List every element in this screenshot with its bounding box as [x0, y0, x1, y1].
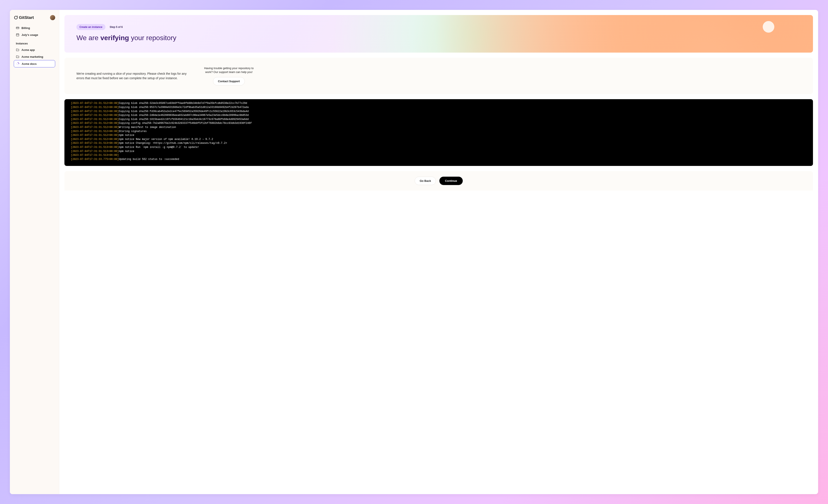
terminal-message: npm notice	[119, 150, 134, 153]
brand-name: GitStart	[19, 15, 34, 20]
terminal-message: npm notice Run `npm install -g npm@9.7.2…	[119, 146, 199, 149]
terminal-message: Updating build 562 status to :succeeded	[119, 158, 179, 161]
terminal-timestamp: [2023-07-04T17:31:33.775+08:00]	[71, 158, 119, 161]
terminal-line: [2023-07-04T17:31:31.513+08:00]npm notic…	[71, 141, 806, 145]
sun-decoration	[763, 21, 774, 33]
terminal-line: [2023-07-04T17:31:31.512+08:00]Copying c…	[71, 121, 806, 125]
terminal-timestamp: [2023-07-04T17:31:31.513+08:00]	[71, 146, 119, 149]
nav-section-main: Billing July's usage	[14, 25, 55, 38]
terminal-message: npm notice	[119, 134, 134, 137]
terminal-line: [2023-07-04T17:31:33.775+08:00]Updating …	[71, 157, 806, 161]
brand-logo[interactable]: GitStart	[14, 15, 34, 20]
nav-usage[interactable]: July's usage	[14, 31, 55, 38]
terminal-message: Copying blob sha256:fd36cab452a2e2ce47fe…	[119, 110, 249, 113]
nav-section-instances: Acme appAcme marketingAcme docs	[14, 46, 55, 68]
hero-title-bold: verifying	[100, 34, 129, 42]
hero-meta-row: Create an instance Step 5 of 6	[76, 24, 801, 30]
terminal-timestamp: [2023-07-04T17:31:31.512+08:00]	[71, 110, 119, 113]
terminal-line: [2023-07-04T17:31:31.512+08:00]Storing s…	[71, 129, 806, 133]
terminal-line: [2023-07-04T17:31:31.512+08:00]npm notic…	[71, 133, 806, 137]
svg-point-0	[14, 16, 17, 19]
calendar-icon	[16, 33, 19, 37]
svg-point-1	[17, 16, 17, 16]
terminal-line: [2023-07-04T17:31:31.513+08:00]npm notic…	[71, 145, 806, 150]
terminal-timestamp: [2023-07-04T17:31:31.512+08:00]	[71, 106, 119, 109]
hero-title: We are verifying your repository	[76, 34, 801, 42]
nav-label: July's usage	[22, 33, 38, 37]
terminal-message: Copying config sha256:7b2a09676e2c924b32…	[119, 122, 252, 125]
go-back-button[interactable]: Go Back	[415, 177, 436, 185]
instance-item[interactable]: Acme docs	[14, 60, 55, 68]
terminal-line: [2023-07-04T17:31:31.512+08:00]Copying b…	[71, 113, 806, 117]
support-text: Having trouble getting your repository t…	[201, 66, 257, 74]
nav-label: Billing	[22, 27, 30, 30]
wizard-badge: Create an instance	[76, 24, 106, 30]
terminal-line: [2023-07-04T17:31:31.512+08:00]Copying b…	[71, 110, 806, 114]
wizard-step: Step 5 of 6	[110, 26, 123, 29]
terminal-timestamp: [2023-07-04T17:31:31.512+08:00]	[71, 118, 119, 121]
avatar[interactable]	[50, 15, 55, 20]
terminal-timestamp: [2023-07-04T17:31:31.513+08:00]	[71, 150, 119, 153]
info-panel: We're creating and running a slice of yo…	[65, 58, 813, 94]
svg-rect-4	[16, 34, 19, 36]
terminal-message: Writing manifest to image destination	[119, 126, 176, 129]
terminal-line: [2023-07-04T17:31:31.512+08:00]npm notic…	[71, 137, 806, 141]
terminal-timestamp: [2023-07-04T17:31:31.512+08:00]	[71, 138, 119, 141]
terminal-timestamp: [2023-07-04T17:31:31.512+08:00]	[71, 114, 119, 117]
svg-rect-2	[16, 27, 19, 29]
instance-label: Acme app	[22, 48, 35, 51]
terminal-line: [2023-07-04T17:31:31.512+08:00]Copying b…	[71, 106, 806, 110]
terminal-line: [2023-07-04T17:31:31.513+08:00]npm notic…	[71, 150, 806, 154]
folder-icon	[16, 55, 19, 58]
instance-item[interactable]: Acme marketing	[14, 53, 55, 60]
app-window: GitStart Billing July's usage Instances …	[10, 10, 818, 494]
terminal-message: Copying blob sha256:32de3c85097ce03b6ff4…	[119, 102, 247, 105]
main-content: Create an instance Step 5 of 6 We are ve…	[59, 10, 818, 494]
terminal-message: Copying blob sha256:2d0da1e462889836eea0…	[119, 114, 249, 117]
card-icon	[16, 26, 19, 30]
hero-title-pre: We are	[76, 34, 100, 42]
terminal-log[interactable]: [2023-07-04T17:31:31.512+08:00]Copying b…	[65, 99, 813, 166]
terminal-line: [2023-07-04T17:31:31.512+08:00]Copying b…	[71, 117, 806, 122]
terminal-timestamp: [2023-07-04T17:31:31.512+08:00]	[71, 102, 119, 105]
instances-section-label: Instances	[14, 42, 55, 45]
terminal-message: npm notice New major version of npm avai…	[119, 138, 213, 141]
continue-button[interactable]: Continue	[439, 177, 462, 185]
folder-icon	[16, 48, 19, 51]
info-text: We're creating and running a slice of yo…	[76, 72, 188, 81]
sidebar: GitStart Billing July's usage Instances …	[10, 10, 59, 494]
terminal-timestamp: [2023-07-04T17:31:31.513+08:00]	[71, 154, 119, 157]
instance-label: Acme docs	[22, 62, 37, 66]
terminal-timestamp: [2023-07-04T17:31:31.512+08:00]	[71, 134, 119, 137]
support-box: Having trouble getting your repository t…	[201, 66, 257, 85]
sidebar-header: GitStart	[14, 15, 55, 20]
terminal-line: [2023-07-04T17:31:31.513+08:00]	[71, 153, 806, 157]
terminal-timestamp: [2023-07-04T17:31:31.512+08:00]	[71, 122, 119, 125]
terminal-timestamp: [2023-07-04T17:31:31.512+08:00]	[71, 126, 119, 129]
hero-banner: Create an instance Step 5 of 6 We are ve…	[65, 15, 813, 53]
terminal-message: npm notice Changelog: <https://github.co…	[119, 142, 227, 145]
terminal-message: Copying blob sha256:1815baed2c16fcfb5649…	[119, 118, 249, 121]
terminal-message: Storing signatures	[119, 130, 147, 133]
brand-icon	[14, 15, 18, 20]
terminal-timestamp: [2023-07-04T17:31:31.513+08:00]	[71, 142, 119, 145]
nav-billing[interactable]: Billing	[14, 25, 55, 31]
terminal-message: Copying blob sha256:9537c7a3988e631666e3…	[119, 106, 249, 109]
contact-support-button[interactable]: Contact Support	[213, 77, 245, 85]
terminal-line: [2023-07-04T17:31:31.512+08:00]Writing m…	[71, 125, 806, 129]
instance-item[interactable]: Acme app	[14, 46, 55, 53]
spinner-icon	[16, 62, 19, 66]
hero-title-post: your repository	[129, 34, 176, 42]
terminal-line: [2023-07-04T17:31:31.512+08:00]Copying b…	[71, 101, 806, 106]
wizard-footer: Go Back Continue	[65, 171, 813, 191]
instance-label: Acme marketing	[22, 55, 43, 58]
terminal-timestamp: [2023-07-04T17:31:31.512+08:00]	[71, 130, 119, 133]
